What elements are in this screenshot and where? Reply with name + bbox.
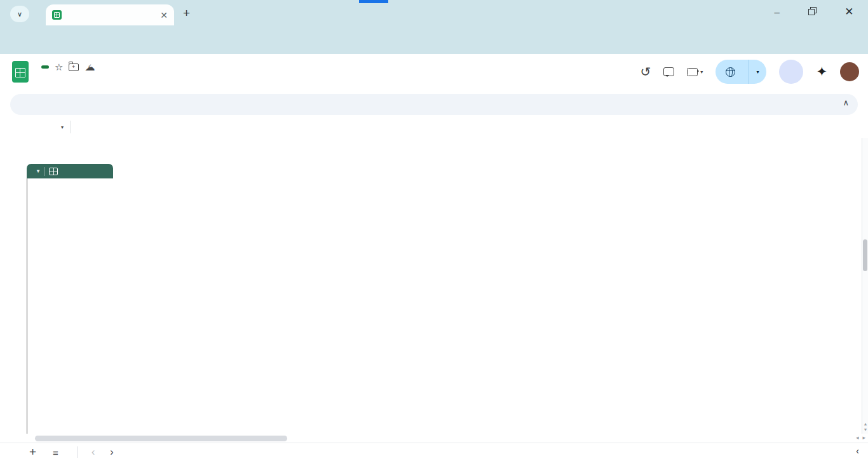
table-grid-icon[interactable] xyxy=(49,168,58,175)
sheet-tab-bar: + ≡ ‹ › xyxy=(0,443,868,461)
formula-bar: ▾ xyxy=(0,116,868,138)
top-blue-indicator xyxy=(359,0,388,3)
version-history-icon[interactable]: ↺ xyxy=(641,64,651,79)
formula-bar-divider xyxy=(70,121,71,133)
restore-button[interactable] xyxy=(808,8,816,15)
table-left-border xyxy=(27,178,27,434)
vertical-scroll-arrows[interactable]: ▲▼ xyxy=(862,421,868,432)
tab-search-button[interactable]: ∨ xyxy=(10,6,29,22)
window-controls: – ✕ xyxy=(760,0,868,23)
new-tab-button[interactable]: + xyxy=(183,6,190,20)
sheet-nav-divider xyxy=(78,446,78,458)
account-avatar[interactable] xyxy=(840,62,859,81)
add-sheet-button[interactable]: + xyxy=(29,445,36,459)
sheets-header: ☆ ☁ ↺ ▾ ▾ ✦ xyxy=(0,54,868,93)
name-box[interactable]: ▾ xyxy=(0,124,70,130)
horizontal-scrollbar[interactable]: ◂▸ xyxy=(0,434,868,443)
horizontal-scroll-arrows[interactable]: ◂▸ xyxy=(856,434,865,441)
share-button[interactable]: ▾ xyxy=(715,60,766,84)
toolbar: ∧ xyxy=(10,94,858,115)
close-button[interactable]: ✕ xyxy=(844,5,853,18)
browser-titlebar: ∨ ✕ + – ✕ xyxy=(0,0,868,25)
browser-tab[interactable]: ✕ xyxy=(46,4,174,25)
sheet-scroll-left-icon[interactable]: ‹ xyxy=(856,445,859,456)
sheet-nav-prev-icon[interactable]: ‹ xyxy=(85,446,102,458)
name-box-caret-icon: ▾ xyxy=(61,124,64,130)
browser-urlbar: ← → ↻ ⚲ ☆ ⋮ xyxy=(0,25,868,54)
spreadsheet-grid: ▾ ▲▼ xyxy=(0,138,868,434)
file-type-badge xyxy=(41,65,49,69)
globe-icon xyxy=(726,67,735,77)
tab-close-icon[interactable]: ✕ xyxy=(160,10,168,20)
toolbar-collapse-icon[interactable]: ∧ xyxy=(843,98,849,107)
app-window: ∨ ✕ + – ✕ ← → ↻ ⚲ ☆ xyxy=(0,0,868,461)
camera-icon xyxy=(687,68,698,76)
meet-button[interactable]: ▾ xyxy=(687,68,703,76)
upgrade-button[interactable] xyxy=(779,60,803,84)
all-sheets-button[interactable]: ≡ xyxy=(53,447,58,458)
horizontal-scroll-thumb[interactable] xyxy=(35,436,287,441)
move-folder-icon[interactable] xyxy=(69,63,79,71)
vertical-scrollbar[interactable]: ▲▼ xyxy=(862,138,868,434)
gemini-sparkle-icon[interactable]: ✦ xyxy=(816,64,827,79)
table-badge-divider xyxy=(44,167,44,176)
table-badge-caret-icon: ▾ xyxy=(37,168,39,174)
sheet-nav-next-icon[interactable]: › xyxy=(103,446,120,458)
cloud-status-icon: ☁ xyxy=(85,61,95,73)
sheets-logo-icon[interactable] xyxy=(12,61,29,83)
table-badge[interactable]: ▾ xyxy=(27,164,113,178)
comments-icon[interactable] xyxy=(663,67,674,76)
share-dropdown[interactable]: ▾ xyxy=(748,60,766,84)
star-icon[interactable]: ☆ xyxy=(55,62,63,73)
sheets-favicon xyxy=(52,10,62,20)
vertical-scroll-thumb[interactable] xyxy=(863,239,867,271)
minimize-button[interactable]: – xyxy=(775,6,780,17)
